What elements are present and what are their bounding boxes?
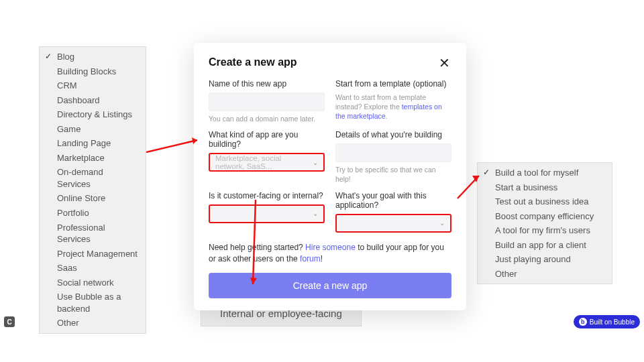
chevron-down-icon: ⌄ xyxy=(313,159,318,166)
annotation-arrow-left xyxy=(146,137,199,155)
modal-title: Create a new app xyxy=(209,56,297,68)
kind-placeholder: Marketplace, social network, SaaS... xyxy=(215,154,313,170)
list-item[interactable]: CRM xyxy=(40,78,146,93)
hire-someone-link[interactable]: Hire someone xyxy=(305,243,356,252)
help-text: Need help getting started? Hire someone … xyxy=(209,242,451,265)
svg-line-0 xyxy=(146,140,197,152)
list-item[interactable]: Blog xyxy=(40,50,146,64)
create-app-button[interactable]: Create a new app xyxy=(209,273,451,298)
list-item[interactable]: Build a tool for myself xyxy=(478,166,612,180)
list-item[interactable]: A tool for my firm's users xyxy=(478,223,612,238)
bubble-logo-icon: b xyxy=(579,318,587,326)
app-kind-options-list[interactable]: BlogBuilding BlocksCRMDashboardDirectory… xyxy=(39,46,146,334)
chevron-down-icon: ⌄ xyxy=(439,219,445,227)
kind-label: What kind of app are you building? xyxy=(209,130,325,149)
list-item[interactable]: Marketplace xyxy=(40,151,146,166)
list-item[interactable]: Project Management xyxy=(40,247,146,261)
list-item[interactable]: Other xyxy=(40,316,146,330)
help-text-3: ! xyxy=(321,254,323,263)
list-item[interactable]: On-demand Services xyxy=(40,165,146,191)
list-item[interactable]: Online Store xyxy=(40,191,146,206)
list-item[interactable]: Saas xyxy=(40,261,146,276)
create-app-modal: Create a new app ✕ Name of this new app … xyxy=(194,43,466,310)
list-item[interactable]: Social network xyxy=(40,276,146,290)
list-item[interactable]: Landing Page xyxy=(40,136,146,151)
forum-link[interactable]: forum xyxy=(300,254,321,263)
chevron-down-icon: ⌄ xyxy=(313,210,318,217)
app-name-input[interactable] xyxy=(209,93,325,111)
list-item[interactable]: Start a business xyxy=(478,180,612,195)
name-label: Name of this new app xyxy=(209,79,325,88)
facing-label: Is it customer-facing or internal? xyxy=(209,191,325,200)
goal-label: What's your goal with this application? xyxy=(335,191,451,210)
list-item[interactable]: Use Bubble as a backend xyxy=(40,290,146,316)
list-item[interactable]: Dashboard xyxy=(40,93,146,108)
details-helper: Try to be specific so that we can help! xyxy=(335,165,451,184)
name-helper: You can add a domain name later. xyxy=(209,114,325,123)
corner-widget-icon[interactable]: C xyxy=(4,316,15,327)
list-item[interactable]: Portfolio xyxy=(40,206,146,221)
details-input[interactable] xyxy=(335,143,451,162)
template-helper-period: . xyxy=(386,112,388,120)
list-item[interactable]: Game xyxy=(40,122,146,137)
list-item[interactable]: Professional Services xyxy=(40,221,146,247)
template-label: Start from a template (optional) xyxy=(335,79,451,88)
list-item[interactable]: Test out a business idea xyxy=(478,194,612,209)
details-label: Details of what you're building xyxy=(335,130,451,139)
list-item[interactable]: Build an app for a client xyxy=(478,238,612,253)
list-item[interactable]: Just playing around xyxy=(478,252,612,267)
help-text-1: Need help getting started? xyxy=(209,243,305,252)
list-item[interactable]: Building Blocks xyxy=(40,64,146,79)
goal-select[interactable]: ⌄ xyxy=(335,214,451,233)
facing-select[interactable]: ⌄ xyxy=(209,204,325,223)
template-helper: Want to start from a template instead? E… xyxy=(335,93,451,121)
built-on-bubble-badge[interactable]: b Built on Bubble xyxy=(574,315,640,328)
list-item[interactable]: Other xyxy=(478,267,612,282)
close-icon[interactable]: ✕ xyxy=(437,56,451,70)
badge-text: Built on Bubble xyxy=(590,318,635,326)
list-item[interactable]: Boost company efficiency xyxy=(478,209,612,224)
goal-options-list[interactable]: Build a tool for myselfStart a businessT… xyxy=(477,162,612,284)
list-item[interactable]: Directory & Listings xyxy=(40,107,146,122)
kind-select[interactable]: Marketplace, social network, SaaS... ⌄ xyxy=(209,153,325,172)
